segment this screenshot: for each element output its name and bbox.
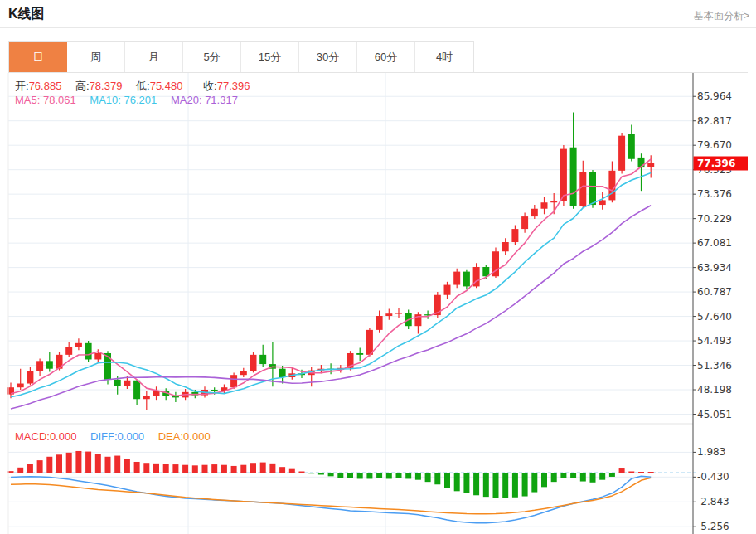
candle-body [94,353,101,359]
ohlc-row: 开:76.885 高:78.379 低:75.480 收:77.396 [15,79,260,94]
diff-readout: DIFF:0.000 [90,430,144,443]
macd-histogram-bar [250,463,256,473]
macd-histogram-bar [541,473,547,487]
main-axis-label: 54.493 [697,335,732,347]
macd-histogram-bar [211,464,217,473]
candle-body [240,371,247,376]
macd-histogram-bar [522,473,528,497]
ma-row: MA5: 78.061 MA10: 76.201 MA20: 71.317 [15,94,249,106]
macd-histogram-bar [143,463,149,473]
macd-histogram-bar [289,469,295,473]
candle-body [395,313,402,313]
macd-axis-label: -2.843 [697,496,729,507]
main-axis-label: 51.346 [697,360,732,371]
main-axis-label: 70.229 [697,213,732,225]
macd-histogram-bar [405,473,411,478]
candle-body [502,242,509,251]
ma20-readout: MA20: 71.317 [171,94,238,106]
macd-histogram-bar [240,465,246,473]
dea-readout: DEA:0.000 [158,430,211,443]
macd-histogram-bar [483,473,489,497]
main-axis-label: 57.640 [697,311,732,323]
candle-body [17,384,24,388]
macd-histogram-bar [269,464,275,473]
candle-body [647,163,654,167]
candle-body [560,149,567,201]
candle-body [230,375,237,387]
macd-histogram-bar [628,472,634,473]
ma10-readout: MA10: 76.201 [90,94,157,106]
main-axis-label: 82.817 [697,115,732,127]
diff-line [11,476,651,523]
macd-histogram-bar [124,459,130,473]
candle-body [444,285,451,295]
candle-body [463,272,470,287]
candle-body [46,361,53,368]
tab-15分[interactable]: 15分 [241,42,299,72]
macd-histogram-bar [473,473,479,495]
macd-histogram-bar [434,473,440,484]
candle-body [27,371,33,384]
macd-histogram-bar [231,466,237,473]
macd-histogram-bar [425,473,431,482]
macd-histogram-bar [619,468,625,473]
kline-page: 85.96482.81779.67076.52373.37670.22967.0… [0,0,756,534]
macd-histogram-bar [46,457,52,473]
main-axis-label: 79.670 [697,139,732,151]
tab-周[interactable]: 周 [67,42,125,72]
macd-histogram-bar [599,473,605,480]
tab-月[interactable]: 月 [125,42,183,72]
macd-histogram-bar [502,473,508,498]
candle-body [385,313,392,316]
macd-histogram-bar [386,473,392,478]
macd-histogram-bar [396,473,402,478]
macd-histogram-bar [531,473,537,493]
tab-60分[interactable]: 60分 [357,42,415,72]
main-axis-label: 63.934 [697,262,732,274]
macd-histogram-bar [318,473,324,474]
macd-axis-label: 1.983 [697,446,725,458]
macd-histogram-bar [182,465,188,473]
macd-histogram-bar [308,473,314,473]
macd-histogram-bar [560,473,566,478]
candle-body [453,272,460,285]
macd-histogram-bar [463,473,469,493]
candle-body [550,201,557,202]
macd-histogram-bar [85,452,91,473]
macd-histogram-bar [56,454,62,473]
tab-日[interactable]: 日 [9,42,67,72]
main-axis-label: 85.964 [697,90,732,102]
macd-histogram-bar [260,463,266,473]
macd-histogram-bar [493,473,499,498]
main-axis-label: 45.051 [697,409,732,420]
candle-body [143,396,150,400]
macd-histogram-bar [648,472,654,473]
high-readout: 高:78.379 [75,80,122,92]
macd-histogram-bar [114,456,120,473]
macd-histogram-bar [192,465,198,473]
macd-histogram-bar [134,462,140,473]
macd-histogram-bar [415,473,421,480]
macd-histogram-bar [638,472,644,473]
macd-histogram-bar [366,473,372,478]
candle-body [521,216,528,229]
macd-row: MACD:0.000 DIFF:0.000 DEA:0.000 [15,430,221,443]
fundamental-analysis-link[interactable]: 基本面分析> [694,9,749,23]
candle-body [599,200,606,205]
macd-histogram-bar [299,472,305,473]
main-axis-label: 67.081 [697,237,732,249]
macd-axis-label: -0.430 [697,471,729,483]
candle-body [356,353,363,355]
tab-4时[interactable]: 4时 [415,42,473,72]
candle-body [211,390,218,391]
macd-histogram-bar [8,471,14,473]
candle-body [279,369,286,377]
tab-5分[interactable]: 5分 [183,42,241,72]
macd-histogram-bar [279,467,285,473]
timeframe-tabs: 日周月5分15分30分60分4时 [8,41,474,73]
candle-body [259,355,266,364]
macd-histogram-bar [357,473,363,478]
candle-body [570,148,577,206]
macd-histogram-bar [17,468,23,473]
tab-30分[interactable]: 30分 [299,42,357,72]
